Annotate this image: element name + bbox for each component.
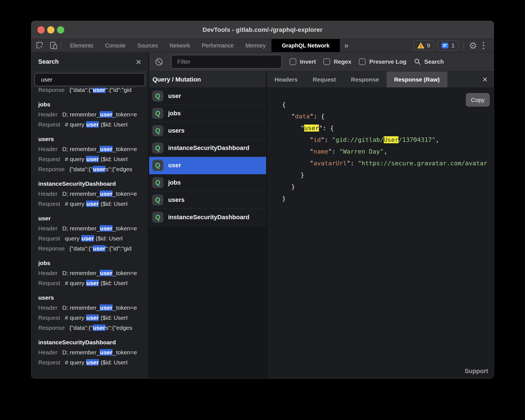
- search-result-text: s":{"edges: [106, 324, 132, 331]
- filter-search-control[interactable]: Search: [414, 58, 444, 65]
- search-result-line[interactable]: Requestquery user ($id: UserI: [38, 233, 148, 244]
- query-list-item[interactable]: QinstanceSecurityDashboard: [149, 209, 266, 226]
- checkbox-box: [359, 58, 366, 65]
- warnings-badge[interactable]: 9: [413, 40, 434, 51]
- search-match-highlight: user: [93, 88, 106, 93]
- copy-button[interactable]: Copy: [466, 93, 490, 107]
- search-result-line[interactable]: HeaderD; remember_user_token=e: [38, 223, 148, 233]
- more-options-kebab-icon[interactable]: [481, 42, 487, 49]
- json-line: }: [282, 169, 494, 181]
- search-result-text: # query: [65, 314, 86, 321]
- search-result-line[interactable]: HeaderD; remember_user_token=e: [38, 268, 148, 278]
- query-list-item[interactable]: Qjobs: [149, 174, 266, 192]
- json-string: "Warren Day": [339, 148, 384, 155]
- query-list-item[interactable]: Qusers: [149, 192, 266, 209]
- search-result-line[interactable]: HeaderD; remember_user_token=e: [38, 109, 148, 120]
- search-result-line[interactable]: Request# query user ($id: UserI: [38, 199, 148, 209]
- json-punctuation: ": {: [310, 113, 324, 120]
- search-result-text: ($id: UserI: [99, 156, 128, 162]
- filter-input[interactable]: [171, 55, 282, 69]
- search-result-line[interactable]: Request# query user ($id: UserI: [38, 313, 148, 323]
- more-tabs-chevron-icon[interactable]: »: [340, 39, 353, 52]
- search-result-line[interactable]: Request# query user ($id: UserI: [38, 120, 148, 130]
- search-result-line[interactable]: HeaderD; remember_user_token=e: [38, 347, 148, 357]
- query-name: user: [168, 92, 181, 100]
- devtools-tab-graphql-network[interactable]: GraphQL Network: [271, 39, 340, 52]
- search-match-highlight: user: [93, 245, 106, 252]
- search-panel: Search × Response{"data":{"user":{"id":"…: [31, 52, 149, 378]
- device-toolbar-icon[interactable]: [48, 39, 58, 52]
- devtools-tab-elements[interactable]: Elements: [64, 39, 99, 52]
- checkbox-preserve-log[interactable]: Preserve Log: [359, 58, 406, 65]
- checkbox-regex[interactable]: Regex: [323, 58, 351, 65]
- minimize-window-button[interactable]: [47, 26, 54, 34]
- json-line: "avatarUrl": "https://secure.gravatar.co…: [282, 157, 494, 169]
- devtools-tab-performance[interactable]: Performance: [196, 39, 240, 52]
- json-punctuation: }: [291, 183, 295, 190]
- query-type-badge: Q: [152, 108, 163, 119]
- search-result-line[interactable]: Request# query user ($id: UserI: [38, 154, 148, 164]
- search-result-text: ($id: UserI: [99, 280, 128, 286]
- inspect-element-icon[interactable]: [35, 39, 45, 52]
- search-result-text: _token=e: [113, 190, 137, 197]
- response-panel-close-icon[interactable]: ×: [482, 71, 494, 87]
- search-panel-title: Search: [38, 58, 59, 65]
- response-tab-response-raw-[interactable]: Response (Raw): [386, 71, 447, 87]
- query-list-item[interactable]: Qjobs: [149, 105, 266, 122]
- query-list-item[interactable]: Qusers: [149, 122, 266, 140]
- json-punctuation: ,: [435, 136, 439, 143]
- query-type-badge: Q: [152, 142, 163, 154]
- json-line: {: [282, 99, 494, 111]
- search-result-line[interactable]: HeaderD; remember_user_token=e: [38, 189, 148, 199]
- search-result-text: D; remember_: [62, 304, 100, 311]
- zoom-window-button[interactable]: [57, 26, 64, 34]
- json-line: "user": {: [282, 122, 494, 134]
- search-input[interactable]: [34, 73, 145, 86]
- search-result-line[interactable]: Response{"data":{"users":{"edges: [38, 164, 148, 174]
- response-tab-headers[interactable]: Headers: [267, 71, 305, 87]
- query-type-badge: Q: [152, 194, 163, 206]
- query-list-item[interactable]: QinstanceSecurityDashboard: [149, 140, 266, 157]
- search-result-line[interactable]: HeaderD; remember_user_token=e: [38, 144, 148, 154]
- search-result-line[interactable]: Response{"data":{"user":{"id":"gid: [38, 244, 148, 254]
- response-tab-request[interactable]: Request: [305, 71, 343, 87]
- devtools-tab-sources[interactable]: Sources: [132, 39, 164, 52]
- query-type-badge: Q: [152, 212, 163, 223]
- checkbox-label: Invert: [300, 58, 316, 65]
- search-result-line[interactable]: Response{"data":{"user":{"id":"gid: [38, 88, 148, 95]
- clear-log-icon[interactable]: [155, 58, 163, 66]
- search-result-text: {"data":{": [70, 166, 93, 172]
- settings-gear-icon[interactable]: ⚙: [469, 41, 477, 50]
- checkbox-invert[interactable]: Invert: [290, 58, 316, 65]
- search-match-highlight: user: [93, 324, 106, 331]
- checkbox-box: [323, 58, 330, 65]
- search-result-section: Response{"data":{"user":{"id":"gid: [38, 88, 148, 95]
- search-match-highlight: user: [81, 235, 94, 242]
- search-result-section: jobsHeaderD; remember_user_token=eReques…: [38, 99, 148, 130]
- support-link[interactable]: Support: [465, 367, 488, 375]
- search-result-text: s":{"edges: [106, 166, 132, 172]
- response-tab-response[interactable]: Response: [343, 71, 386, 87]
- json-punctuation: ": {: [319, 125, 334, 132]
- search-result-field-label: Header: [38, 111, 58, 118]
- query-list-item[interactable]: Quser: [149, 157, 266, 174]
- search-result-line[interactable]: Request# query user ($id: UserI: [38, 357, 148, 367]
- search-result-field-label: Header: [38, 190, 58, 197]
- query-name: jobs: [168, 179, 181, 186]
- search-result-line[interactable]: Request# query user ($id: UserI: [38, 278, 148, 288]
- json-punctuation: ":: [328, 148, 339, 155]
- search-result-operation-name: users: [38, 134, 148, 144]
- issues-badge[interactable]: 1: [437, 40, 459, 51]
- search-result-line[interactable]: HeaderD; remember_user_token=e: [38, 303, 148, 313]
- search-result-line[interactable]: Response{"data":{"users":{"edges: [38, 323, 148, 333]
- devtools-tab-memory[interactable]: Memory: [240, 39, 271, 52]
- search-result-text: D; remember_: [62, 270, 100, 276]
- close-window-button[interactable]: [37, 26, 45, 34]
- query-list-panel: Query / Mutation QuserQjobsQusersQinstan…: [149, 71, 267, 378]
- json-line: "id": "gid://gitlab/User/13704317",: [282, 134, 494, 146]
- json-response-body: {"data": {"user": {"id": "gid://gitlab/U…: [267, 88, 494, 204]
- query-list-item[interactable]: Quser: [149, 88, 266, 105]
- devtools-tab-console[interactable]: Console: [99, 39, 131, 52]
- devtools-tab-network[interactable]: Network: [164, 39, 196, 52]
- search-panel-close-icon[interactable]: ×: [136, 57, 141, 66]
